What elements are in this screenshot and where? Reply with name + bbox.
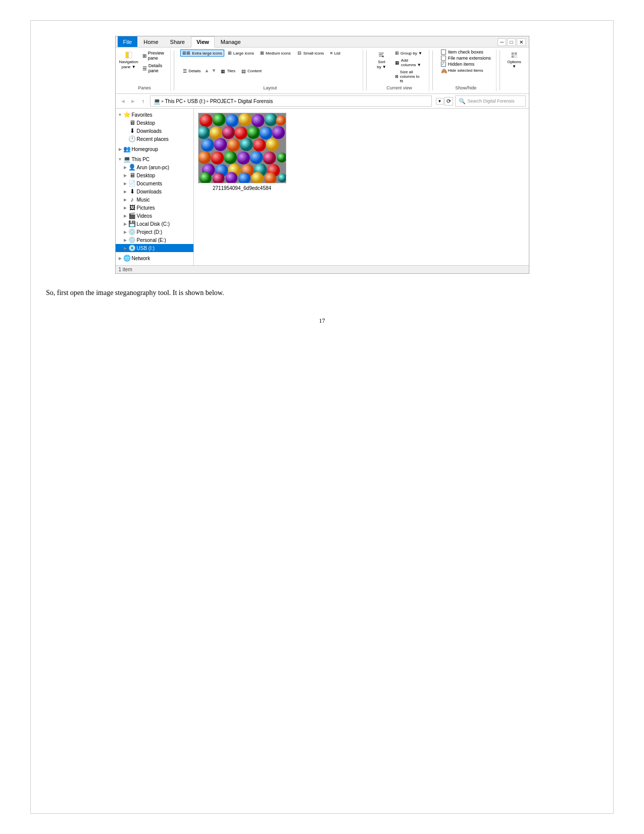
list-label: List [334,51,340,56]
tab-share[interactable]: Share [165,36,190,47]
file-ext-label: File name extensions [448,56,491,61]
svg-point-31 [199,151,211,164]
panes-group-items: Navigationpane ▼ ⊞ Preview pane ☰ Detail… [119,50,171,84]
list-btn[interactable]: ≡ List [327,50,343,57]
svg-point-25 [201,138,214,152]
add-columns-label: Add columns ▼ [401,58,423,67]
svg-point-22 [246,126,260,139]
navigation-pane-btn[interactable]: Navigationpane ▼ [119,50,139,71]
details-pane-btn[interactable]: ☰ Details pane [140,62,171,74]
dropdown-arrow[interactable]: ▼ [436,98,444,105]
details-pane-label: Details pane [148,63,168,73]
refresh-btn[interactable]: ⟳ [444,97,453,106]
tree-recent[interactable]: 🕐 Recent places [116,135,193,143]
minimize-icon[interactable]: ─ [498,38,506,46]
show-hide-label: Show/hide [455,85,476,90]
tree-pictures[interactable]: ▶ 🖼 Pictures [116,204,193,212]
tree-usb-i[interactable]: ▶ 💿 USB (I:) [116,244,193,252]
svg-point-24 [272,126,285,139]
svg-point-26 [214,138,227,151]
tab-home[interactable]: Home [138,36,164,47]
search-box[interactable]: 🔍 Search Digital Forensis [455,95,526,107]
tree-music[interactable]: ▶ ♪ Music [116,195,193,204]
extra-large-icons-btn[interactable]: ⊞⊞ Extra large icons [180,50,224,57]
ribbon-tabs: File Home Share View Manage ─ □ ✕ [116,36,529,47]
path-pc-icon: 💻 [154,98,161,105]
size-columns-btn[interactable]: ⊠ Size all columns to fit [392,69,426,84]
group-by-btn[interactable]: ⊞ Group by ▼ [392,50,426,57]
hide-selected-label: Hide selected items [448,69,483,73]
tiles-btn[interactable]: ▦ Tiles [218,68,238,75]
project-d-icon: 💿 [129,228,136,235]
thispc-expand: ▼ [118,157,123,162]
item-check-label: Item check boxes [448,50,483,55]
tab-manage[interactable]: Manage [215,36,246,47]
file-ext-check-box[interactable] [441,56,446,61]
show-hide-items: Item check boxes File name extensions Hi… [441,50,491,84]
hidden-items-check-box[interactable] [441,62,446,67]
tree-desktop[interactable]: 🖥 Desktop [116,119,193,127]
tree-homegroup[interactable]: ▶ 👥 Homegroup [116,145,193,153]
tree-downloads[interactable]: ⬇ Downloads [116,127,193,135]
tree-arun[interactable]: ▶ 👤 Arun (arun-pc) [116,163,193,171]
desktop-pc-expand: ▶ [123,173,128,178]
svg-point-11 [199,114,212,127]
hidden-items-row[interactable]: Hidden items [441,62,475,67]
layout-group: ⊞⊞ Extra large icons ⊞ Large icons ⊠ Med… [177,50,363,91]
tree-personal-e[interactable]: ▶ 💿 Personal (E:) [116,236,193,244]
path-usb: USB (I:) [187,99,206,104]
music-expand: ▶ [123,198,128,202]
explorer-window: File Home Share View Manage ─ □ ✕ [115,36,529,274]
forward-btn[interactable]: ► [129,96,138,106]
options-btn[interactable]: Options▼ [505,50,524,70]
sort-by-btn[interactable]: Sort by ▼ [373,50,390,84]
pictures-icon: 🖼 [129,204,136,211]
address-path[interactable]: 💻 ▸ This PC ▸ USB (I:) ▸ PROJECT ▸ Digit… [150,95,432,107]
large-icons-label: Large icons [233,51,254,56]
medium-icons-btn[interactable]: ⊠ Medium icons [258,50,293,57]
tree-network[interactable]: ▶ 🌐 Network [116,254,193,262]
local-disk-label: Local Disk (C:) [137,221,170,227]
add-columns-btn[interactable]: ▦ Add columns ▼ [392,57,426,68]
maximize-icon[interactable]: □ [507,38,515,46]
preview-pane-btn[interactable]: ⊞ Preview pane [140,50,171,62]
file-ext-row[interactable]: File name extensions [441,56,491,61]
usb-i-expand: ▶ [123,246,128,251]
close-icon[interactable]: ✕ [517,38,526,46]
project-d-label: Project (D:) [137,229,163,235]
small-icons-btn[interactable]: ⊟ Small icons [295,50,326,57]
tree-thispc[interactable]: ▼ 💻 This PC [116,155,193,163]
tree-favorites[interactable]: ▼ ⭐ Favorites [116,111,193,119]
recent-icon: 🕐 [129,135,136,142]
tab-view[interactable]: View [191,36,215,47]
tab-file[interactable]: File [118,36,138,47]
layout-scroll[interactable]: ▲▼ [205,68,217,73]
item-check-row[interactable]: Item check boxes [441,50,483,55]
tree-downloads-pc[interactable]: ▶ ⬇ Downloads [116,187,193,195]
tree-videos[interactable]: ▶ 🎬 Videos [116,212,193,220]
options-items: Options▼ [505,50,524,89]
tree-documents[interactable]: ▶ 📄 Documents [116,179,193,187]
svg-rect-8 [512,56,514,58]
file-thumbnail[interactable]: 2711954094_6d9edc4584 [198,113,286,191]
current-view-label: Current view [386,85,412,90]
tree-desktop-pc[interactable]: ▶ 🖥 Desktop [116,171,193,179]
file-label: 2711954094_6d9edc4584 [213,185,271,191]
svg-point-16 [264,113,277,126]
item-check-box[interactable] [441,50,446,55]
pictures-expand: ▶ [123,206,128,210]
page-number: 17 [46,317,598,325]
details-btn[interactable]: ☰ Details [180,68,203,75]
back-btn[interactable]: ◄ [119,96,128,106]
downloads-fav-icon: ⬇ [129,127,136,134]
path-sep-2: ▸ [184,99,186,104]
svg-marker-5 [382,55,384,57]
tree-project-d[interactable]: ▶ 💿 Project (D:) [116,228,193,236]
homegroup-expand: ▶ [118,147,123,152]
content-btn[interactable]: ▤ Content [239,68,264,75]
panes-label: Panes [138,85,151,90]
up-btn[interactable]: ↑ [139,96,148,106]
tree-local-disk[interactable]: ▶ 💾 Local Disk (C:) [116,220,193,228]
large-icons-btn[interactable]: ⊞ Large icons [225,50,257,57]
preview-pane-icon: ⊞ [142,53,146,59]
